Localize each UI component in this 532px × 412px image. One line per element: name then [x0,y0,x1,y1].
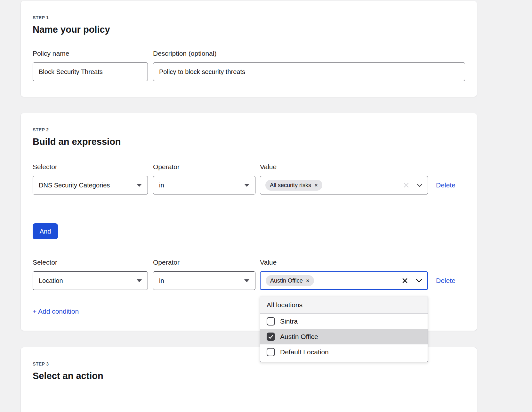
selector-dropdown-1[interactable]: DNS Security Categories [33,176,148,194]
step1-label: STEP 1 [33,15,465,20]
description-label: Description (optional) [153,50,465,57]
operator-label: Operator [153,259,255,266]
value-label: Value [260,163,428,171]
operator-block-1: Operator in [153,163,255,194]
chevron-down-icon [244,184,249,187]
step2-title: Build an expression [33,136,465,147]
step1-title: Name your policy [33,24,465,35]
policy-name-label: Policy name [33,50,148,57]
operator-value: in [159,182,164,189]
operator-value: in [159,277,164,284]
value-label: Value [260,259,428,266]
add-condition-link[interactable]: + Add condition [33,308,79,315]
and-button[interactable]: And [33,223,58,239]
condition-row-1: Selector DNS Security Categories Operato… [33,163,465,194]
location-option-label: Sintra [280,317,298,325]
value-field-icons [403,182,423,188]
operator-block-2: Operator in [153,259,255,290]
value-block-1: Value All security risks ✕ [260,163,428,194]
value-multiselect-1[interactable]: All security risks ✕ [260,176,428,194]
step1-fields: Policy name Description (optional) [33,50,465,81]
selector-block-2: Selector Location [33,259,148,290]
chevron-down-icon [244,279,249,282]
step1-card: STEP 1 Name your policy Policy name Desc… [20,1,477,97]
value-tag-label: All security risks [270,182,311,189]
step2-card: STEP 2 Build an expression Selector DNS … [20,113,477,331]
selector-dropdown-2[interactable]: Location [33,271,148,290]
selector-block-1: Selector DNS Security Categories [33,163,148,194]
chevron-down-icon [137,184,142,187]
chevron-down-icon[interactable] [416,279,422,283]
policy-name-field-group: Policy name [33,50,148,81]
location-option[interactable]: Default Location [260,344,428,360]
condition-row-2: Selector Location Operator in Value Aust… [33,259,465,290]
location-option-label: Austin Office [280,333,318,341]
remove-tag-icon[interactable]: ✕ [314,183,318,188]
clear-value-icon[interactable] [402,277,408,284]
value-multiselect-2[interactable]: Austin Office ✕ [260,271,428,290]
selector-value: DNS Security Categories [39,182,110,189]
operator-dropdown-2[interactable]: in [153,271,255,290]
chevron-down-icon[interactable] [417,184,423,187]
value-field-icons [402,277,422,284]
step3-title: Select an action [33,371,465,381]
remove-tag-icon[interactable]: ✕ [306,278,310,283]
operator-label: Operator [153,163,255,171]
operator-dropdown-1[interactable]: in [153,176,255,194]
clear-value-icon[interactable] [403,182,409,188]
location-option[interactable]: Austin Office [260,329,428,344]
location-option[interactable]: Sintra [260,314,428,329]
selector-label: Selector [33,259,148,266]
value-tag: All security risks ✕ [265,180,322,191]
value-tag-label: Austin Office [270,277,303,284]
delete-condition-link-2[interactable]: Delete [436,277,455,284]
location-option-label: Default Location [280,348,329,356]
value-tag: Austin Office ✕ [266,275,314,286]
step3-label: STEP 3 [33,361,465,367]
locations-dropdown-header: All locations [260,296,428,314]
locations-dropdown: All locations Sintra Austin Office [260,296,428,362]
policy-name-input[interactable] [33,62,148,81]
selector-label: Selector [33,163,148,171]
selector-value: Location [39,277,63,284]
delete-condition-link-1[interactable]: Delete [436,181,455,189]
checkbox-icon[interactable] [267,333,275,341]
value-block-2: Value Austin Office ✕ All locations [260,259,428,290]
chevron-down-icon [137,279,142,282]
step2-label: STEP 2 [33,127,465,132]
checkbox-icon[interactable] [267,317,275,325]
description-field-group: Description (optional) [153,50,465,81]
checkbox-icon[interactable] [267,348,275,356]
description-input[interactable] [153,62,465,81]
